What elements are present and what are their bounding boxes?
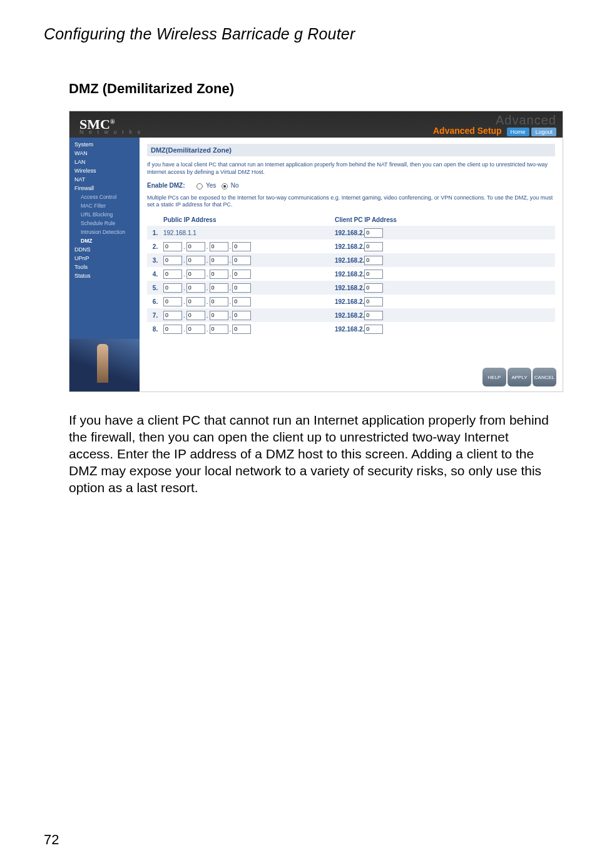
public-ip-octet-input[interactable]: [232, 242, 251, 251]
table-row: 3....192.168.2.: [147, 253, 555, 267]
public-ip-octet-input[interactable]: [232, 297, 251, 306]
nav-upnp[interactable]: UPnP: [69, 254, 140, 263]
enable-yes-label: Yes: [206, 182, 216, 189]
public-ip-octet-input[interactable]: [210, 297, 228, 306]
public-ip-octet-input[interactable]: [210, 311, 228, 320]
public-ip-octet-input[interactable]: [163, 256, 182, 265]
table-row: 6....192.168.2.: [147, 295, 555, 308]
public-ip-octet-input[interactable]: [163, 297, 182, 306]
public-ip-octet-input[interactable]: [210, 242, 228, 251]
nav-status[interactable]: Status: [69, 271, 140, 280]
client-ip-prefix: 192.168.2.: [335, 243, 364, 250]
nav-schedule-rule[interactable]: Schedule Rule: [69, 219, 140, 228]
row-index: 2.: [147, 243, 163, 250]
brand-subtext: N e t w o r k s: [79, 129, 142, 135]
enable-no-radio[interactable]: [222, 183, 228, 189]
public-ip-octet-input[interactable]: [232, 283, 251, 293]
public-ip-octet-input[interactable]: [186, 283, 205, 293]
col-client-ip: Client PC IP Address: [335, 215, 555, 226]
page-header: Configuring the Wireless Barricade g Rou…: [44, 25, 553, 43]
public-ip-octet-input[interactable]: [186, 325, 205, 334]
cancel-button[interactable]: CANCEL: [533, 368, 556, 386]
public-ip-octet-input[interactable]: [186, 297, 205, 306]
nav-tools[interactable]: Tools: [69, 263, 140, 271]
nav-ddns[interactable]: DDNS: [69, 245, 140, 254]
table-row: 5....192.168.2.: [147, 281, 555, 295]
client-ip-octet-input[interactable]: [364, 256, 383, 265]
nav-intrusion-detection[interactable]: Intrusion Detection: [69, 228, 140, 236]
main-panel: DMZ(Demilitarized Zone) If you have a lo…: [140, 138, 563, 391]
nav-wan[interactable]: WAN: [69, 149, 140, 158]
page-number: 72: [44, 832, 59, 848]
nav-lan[interactable]: LAN: [69, 158, 140, 166]
header-right: Advanced Advanced Setup Home Logout: [433, 113, 556, 136]
row-index: 3.: [147, 257, 163, 264]
nav-nat[interactable]: NAT: [69, 175, 140, 184]
client-ip-octet-input[interactable]: [364, 270, 383, 279]
client-ip-octet-input[interactable]: [364, 297, 383, 306]
apply-button[interactable]: APPLY: [508, 368, 531, 386]
enable-dmz-label: Enable DMZ:: [147, 182, 185, 189]
nav-wireless[interactable]: Wireless: [69, 166, 140, 175]
advanced-setup-label: Advanced Setup: [433, 126, 502, 136]
public-ip-octet-input[interactable]: [186, 242, 205, 251]
nav-access-control[interactable]: Access Control: [69, 193, 140, 201]
row-index: 5.: [147, 285, 163, 291]
client-ip-octet-input[interactable]: [364, 283, 383, 293]
public-ip-octet-input[interactable]: [232, 325, 251, 334]
enable-no-label: No: [231, 182, 239, 189]
decorative-corner-image: [69, 339, 140, 391]
client-ip-prefix: 192.168.2.: [335, 230, 364, 236]
help-button[interactable]: HELP: [482, 368, 506, 386]
public-ip-octet-input[interactable]: [210, 256, 228, 265]
table-row: 8....192.168.2.: [147, 322, 555, 336]
public-ip-octet-input[interactable]: [163, 242, 182, 251]
public-ip-static: 192.168.1.1: [163, 230, 196, 236]
section-heading: DMZ (Demilitarized Zone): [69, 81, 553, 97]
client-ip-octet-input[interactable]: [364, 228, 383, 238]
public-ip-octet-input[interactable]: [163, 325, 182, 334]
public-ip-octet-input[interactable]: [210, 325, 228, 334]
table-row: 4....192.168.2.: [147, 267, 555, 281]
row-index: 4.: [147, 271, 163, 278]
row-index: 1.: [147, 230, 163, 236]
table-row: 7....192.168.2.: [147, 308, 555, 322]
client-ip-prefix: 192.168.2.: [335, 326, 364, 333]
client-ip-octet-input[interactable]: [364, 325, 383, 334]
nav-firewall[interactable]: Firewall: [69, 184, 140, 193]
col-public-ip: Public IP Address: [147, 215, 335, 226]
public-ip-octet-input[interactable]: [232, 256, 251, 265]
row-index: 7.: [147, 312, 163, 319]
public-ip-octet-input[interactable]: [163, 283, 182, 293]
public-ip-octet-input[interactable]: [186, 256, 205, 265]
router-admin-screenshot: SMC® N e t w o r k s Advanced Advanced S…: [69, 111, 563, 392]
table-row: 2....192.168.2.: [147, 240, 555, 253]
client-ip-prefix: 192.168.2.: [335, 312, 364, 319]
public-ip-octet-input[interactable]: [186, 270, 205, 279]
public-ip-octet-input[interactable]: [232, 311, 251, 320]
panel-title: DMZ(Demilitarized Zone): [147, 144, 555, 156]
public-ip-octet-input[interactable]: [210, 270, 228, 279]
public-ip-octet-input[interactable]: [186, 311, 205, 320]
home-link[interactable]: Home: [507, 128, 529, 136]
enable-dmz-row: Enable DMZ: Yes No: [147, 182, 555, 189]
nav-mac-filter[interactable]: MAC Filter: [69, 201, 140, 210]
table-row: 1.192.168.1.1192.168.2.: [147, 226, 555, 240]
nav-dmz[interactable]: DMZ: [69, 236, 140, 245]
public-ip-octet-input[interactable]: [232, 270, 251, 279]
public-ip-octet-input[interactable]: [163, 311, 182, 320]
client-ip-octet-input[interactable]: [364, 242, 383, 251]
nav-system[interactable]: System: [69, 140, 140, 149]
logout-link[interactable]: Logout: [531, 128, 556, 136]
row-index: 8.: [147, 326, 163, 333]
client-ip-prefix: 192.168.2.: [335, 285, 364, 291]
public-ip-octet-input[interactable]: [163, 270, 182, 279]
panel-note-2: Multiple PCs can be exposed to the Inter…: [147, 194, 555, 209]
screenshot-header: SMC® N e t w o r k s Advanced Advanced S…: [69, 111, 563, 138]
public-ip-octet-input[interactable]: [210, 283, 228, 293]
client-ip-octet-input[interactable]: [364, 311, 383, 320]
client-ip-prefix: 192.168.2.: [335, 298, 364, 305]
enable-yes-radio[interactable]: [196, 183, 203, 189]
nav-url-blocking[interactable]: URL Blocking: [69, 210, 140, 219]
row-index: 6.: [147, 298, 163, 305]
